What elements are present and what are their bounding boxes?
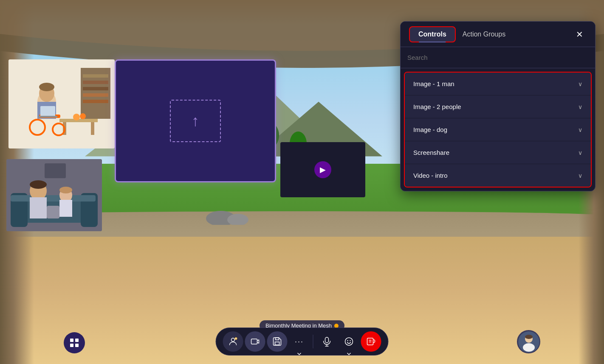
chevron-down-icon: ∨ bbox=[578, 149, 582, 156]
meeting-status-dot bbox=[334, 324, 339, 328]
list-item-image-2-people[interactable]: Image - 2 people ∨ bbox=[405, 95, 591, 118]
microphone-button[interactable] bbox=[317, 331, 337, 352]
chevron-down-icon: ∨ bbox=[578, 81, 582, 87]
list-item-label: Image - dog bbox=[413, 126, 447, 133]
grid-icon bbox=[70, 338, 79, 347]
scenes-button[interactable] bbox=[245, 331, 265, 352]
reactions-icon bbox=[344, 336, 354, 347]
vr-video-thumbnail: ▶ bbox=[280, 142, 365, 197]
photo-two-people-couch bbox=[6, 159, 102, 231]
list-item-video-intro[interactable]: Video - intro ∨ bbox=[405, 164, 591, 187]
chevron-down-icon: ∨ bbox=[578, 172, 582, 179]
svg-point-52 bbox=[231, 338, 235, 342]
panel-list-section: Image - 1 man ∨ Image - 2 people ∨ Image… bbox=[404, 72, 592, 188]
svg-point-60 bbox=[345, 338, 353, 345]
vr-rocks bbox=[204, 204, 255, 225]
more-options-icon: ··· bbox=[295, 337, 304, 346]
vr-presentation-board: ↑ bbox=[115, 59, 276, 182]
avatar-creator-button[interactable] bbox=[223, 331, 243, 352]
panel-header: Controls Action Groups ✕ bbox=[401, 22, 595, 47]
svg-rect-39 bbox=[11, 195, 96, 202]
panel-close-button[interactable]: ✕ bbox=[573, 28, 587, 41]
microphone-icon bbox=[322, 336, 332, 347]
svg-rect-63 bbox=[367, 338, 373, 345]
search-input[interactable] bbox=[407, 52, 588, 63]
svg-point-24 bbox=[73, 114, 80, 120]
svg-rect-43 bbox=[59, 200, 72, 217]
svg-point-69 bbox=[525, 335, 533, 339]
chevron-down-icon: ∨ bbox=[578, 104, 582, 110]
controls-panel: Controls Action Groups ✕ Image - 1 man ∨… bbox=[400, 21, 596, 191]
active-control-button[interactable] bbox=[361, 331, 381, 352]
svg-point-44 bbox=[30, 180, 47, 189]
list-item-label: Image - 1 man bbox=[413, 80, 454, 87]
svg-rect-49 bbox=[75, 339, 79, 342]
upload-arrow-icon: ↑ bbox=[192, 112, 199, 130]
svg-point-62 bbox=[350, 340, 350, 341]
list-item-label: Screenshare bbox=[413, 149, 449, 156]
svg-rect-56 bbox=[276, 338, 279, 340]
svg-point-61 bbox=[347, 340, 348, 341]
list-item-image-1-man[interactable]: Image - 1 man ∨ bbox=[405, 73, 591, 95]
svg-rect-18 bbox=[83, 87, 108, 90]
svg-rect-19 bbox=[83, 93, 108, 97]
svg-rect-55 bbox=[275, 342, 279, 345]
svg-rect-57 bbox=[325, 337, 329, 343]
svg-rect-17 bbox=[83, 81, 108, 84]
more-options-button[interactable]: ··· bbox=[289, 331, 310, 352]
svg-rect-23 bbox=[91, 122, 94, 135]
toolbar-divider bbox=[313, 335, 313, 348]
more-options-chevron bbox=[297, 353, 302, 355]
list-item-screenshare[interactable]: Screenshare ∨ bbox=[405, 141, 591, 164]
tab-controls[interactable]: Controls bbox=[409, 26, 456, 42]
svg-point-45 bbox=[59, 187, 72, 193]
save-button[interactable] bbox=[267, 331, 288, 352]
bottom-toolbar: ··· bbox=[216, 328, 389, 356]
avatar-creator-icon bbox=[228, 336, 238, 347]
svg-rect-47 bbox=[45, 163, 66, 178]
user-avatar-image bbox=[518, 331, 539, 353]
svg-rect-41 bbox=[30, 197, 47, 218]
svg-rect-16 bbox=[83, 74, 108, 78]
svg-rect-46 bbox=[47, 206, 59, 218]
active-control-icon bbox=[366, 336, 376, 347]
svg-rect-32 bbox=[38, 116, 57, 118]
list-item-label: Image - 2 people bbox=[413, 103, 461, 110]
panel-search-area bbox=[401, 47, 595, 68]
svg-rect-31 bbox=[40, 106, 55, 117]
svg-point-34 bbox=[39, 83, 54, 91]
svg-rect-54 bbox=[251, 339, 257, 344]
reactions-button[interactable] bbox=[339, 331, 359, 352]
list-item-label: Video - intro bbox=[413, 172, 448, 179]
scenes-icon bbox=[250, 336, 260, 347]
tab-action-groups[interactable]: Action Groups bbox=[463, 31, 573, 38]
svg-rect-51 bbox=[75, 344, 79, 347]
photo-wheelchair-man bbox=[8, 59, 115, 148]
video-play-icon: ▶ bbox=[314, 161, 331, 178]
save-icon bbox=[272, 336, 282, 347]
chevron-down-icon: ∨ bbox=[578, 126, 582, 133]
user-avatar-button[interactable] bbox=[517, 330, 540, 353]
list-item-image-dog[interactable]: Image - dog ∨ bbox=[405, 118, 591, 141]
svg-rect-20 bbox=[83, 100, 108, 103]
grid-apps-button[interactable] bbox=[64, 332, 85, 353]
svg-point-68 bbox=[523, 343, 535, 352]
svg-point-25 bbox=[80, 113, 86, 119]
reactions-chevron bbox=[347, 353, 351, 355]
svg-rect-50 bbox=[70, 344, 73, 347]
vr-board-upload-area: ↑ bbox=[170, 100, 221, 142]
svg-rect-48 bbox=[70, 339, 73, 342]
